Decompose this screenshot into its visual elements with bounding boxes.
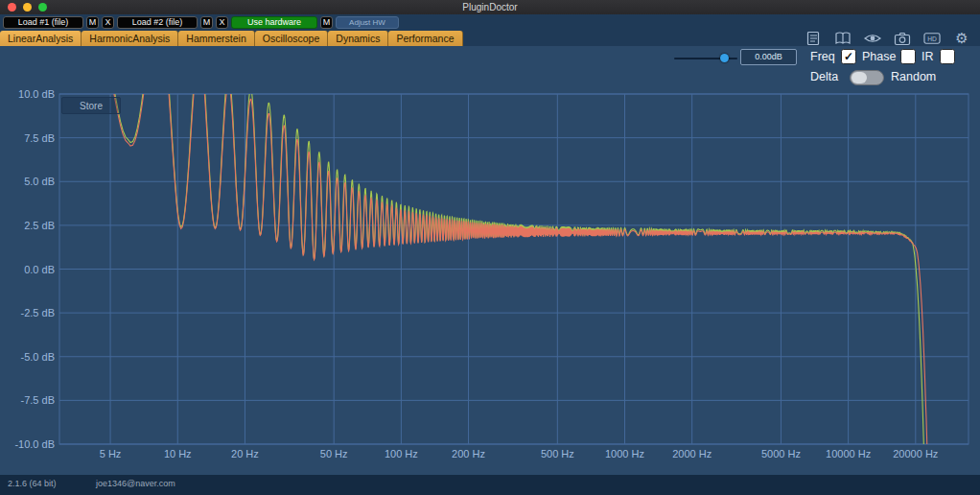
random-label: Random [891, 70, 936, 83]
svg-text:-10.0 dB: -10.0 dB [14, 438, 55, 450]
svg-text:7.5 dB: 7.5 dB [24, 132, 55, 144]
svg-text:50 Hz: 50 Hz [320, 448, 348, 460]
toolbar: Load #1 (file) M X Load #2 (file) M X Us… [0, 14, 980, 31]
use-hardware-button[interactable]: Use hardware [231, 16, 317, 29]
freq-label: Freq [810, 50, 835, 63]
status-bar: 2.1.6 (64 bit) joe1346@naver.com [0, 475, 980, 495]
hd-icon[interactable]: HD [923, 31, 941, 46]
svg-text:5 Hz: 5 Hz [100, 448, 122, 460]
svg-text:10000 Hz: 10000 Hz [826, 448, 871, 460]
tab-harmonic-analysis[interactable]: HarmonicAnalysis [82, 31, 178, 46]
svg-text:500 Hz: 500 Hz [541, 448, 574, 460]
close-button[interactable] [8, 3, 16, 12]
adjust-hw-latency-button[interactable]: Adjust HW latency [336, 16, 399, 29]
freq-checkbox[interactable]: ✓ [841, 49, 856, 64]
mute-2-button[interactable]: M [200, 16, 213, 29]
user-email: joe1346@naver.com [96, 479, 175, 488]
slider-thumb[interactable] [720, 54, 729, 62]
svg-text:5000 Hz: 5000 Hz [761, 448, 801, 460]
svg-text:HD: HD [927, 35, 937, 42]
svg-text:1000 Hz: 1000 Hz [605, 448, 644, 460]
load-plugin-1-button[interactable]: Load #1 (file) [3, 16, 83, 29]
svg-text:-2.5 dB: -2.5 dB [21, 307, 55, 318]
ir-checkbox[interactable] [940, 49, 955, 64]
svg-text:2000 Hz: 2000 Hz [672, 448, 712, 460]
settings-icon[interactable]: ⚙ [953, 31, 970, 46]
window-title: PluginDoctor [462, 2, 517, 12]
store-button[interactable]: Store [61, 97, 121, 114]
svg-text:0.0 dB: 0.0 dB [24, 264, 55, 275]
svg-text:20000 Hz: 20000 Hz [893, 448, 938, 460]
svg-text:5.0 dB: 5.0 dB [24, 176, 55, 187]
manual-icon[interactable] [834, 31, 852, 46]
svg-text:10 Hz: 10 Hz [164, 448, 192, 460]
svg-text:-5.0 dB: -5.0 dB [21, 351, 55, 363]
mute-hardware-button[interactable]: M [320, 16, 333, 29]
delta-random-toggle[interactable] [850, 70, 884, 85]
gain-value-box[interactable]: 0.00dB [740, 49, 797, 65]
controls-panel: 0.00dB Freq ✓ Phase IR Delta Random [0, 46, 980, 84]
version-label: 2.1.6 (64 bit) [8, 479, 57, 488]
frequency-response-plot: 10.0 dB7.5 dB5.0 dB2.5 dB0.0 dB-2.5 dB-5… [0, 84, 980, 475]
window-controls [8, 3, 47, 12]
svg-text:2.5 dB: 2.5 dB [24, 220, 55, 231]
tab-oscilloscope[interactable]: Oscilloscope [255, 31, 329, 46]
eye-icon[interactable] [864, 31, 881, 46]
header-icon-bar: HD ⚙ [805, 31, 970, 46]
phase-label: Phase [862, 50, 896, 63]
clear-1-button[interactable]: X [102, 16, 114, 29]
mute-1-button[interactable]: M [86, 16, 99, 29]
svg-text:100 Hz: 100 Hz [385, 448, 418, 460]
clear-2-button[interactable]: X [216, 16, 228, 29]
load-plugin-2-button[interactable]: Load #2 (file) [117, 16, 198, 29]
svg-text:10.0 dB: 10.0 dB [18, 88, 55, 100]
tab-dynamics[interactable]: Dynamics [328, 31, 388, 46]
tab-bar: LinearAnalysis HarmonicAnalysis Hammerst… [0, 31, 980, 46]
svg-text:20 Hz: 20 Hz [231, 448, 259, 460]
camera-icon[interactable] [894, 31, 911, 46]
phase-checkbox[interactable] [900, 49, 916, 64]
ir-label: IR [922, 50, 934, 63]
output-gain-slider[interactable] [674, 54, 737, 63]
minimize-button[interactable] [23, 3, 32, 12]
svg-text:-7.5 dB: -7.5 dB [21, 394, 55, 406]
svg-text:200 Hz: 200 Hz [452, 448, 485, 460]
toggle-knob [852, 72, 867, 83]
zoom-button[interactable] [38, 3, 47, 12]
tab-linear-analysis[interactable]: LinearAnalysis [0, 31, 82, 46]
titlebar: PluginDoctor [0, 0, 980, 14]
chart-area: 10.0 dB7.5 dB5.0 dB2.5 dB0.0 dB-2.5 dB-5… [0, 84, 980, 475]
report-icon[interactable] [805, 31, 822, 46]
delta-label: Delta [810, 70, 838, 83]
tab-performance[interactable]: Performance [388, 31, 462, 46]
tab-hammerstein[interactable]: Hammerstein [178, 31, 254, 46]
